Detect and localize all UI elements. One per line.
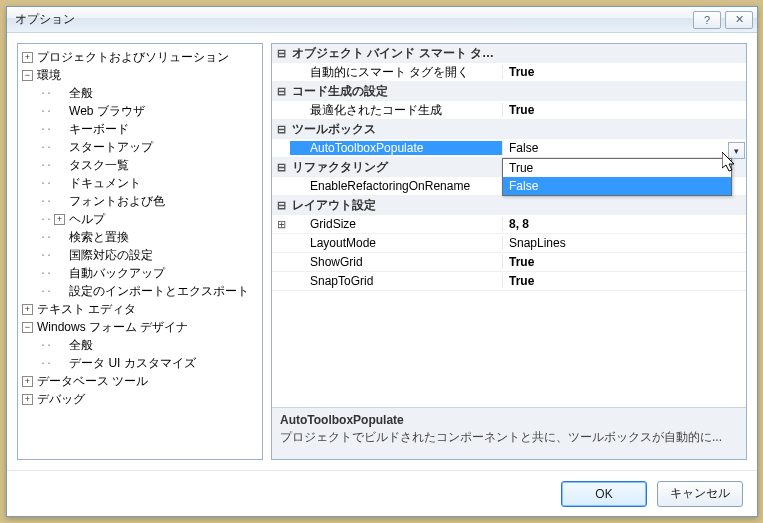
tree-expander-icon[interactable]: +: [54, 214, 65, 225]
tree-node-label: ドキュメント: [69, 175, 141, 192]
property-value[interactable]: False▾: [502, 141, 746, 155]
tree-node-label: フォントおよび色: [69, 193, 165, 210]
tree-branch-icon: ··: [40, 178, 52, 189]
tree-node[interactable]: ··フォントおよび色: [22, 192, 258, 210]
titlebar[interactable]: オプション ? ✕: [7, 7, 757, 33]
property-row[interactable]: LayoutModeSnapLines: [272, 234, 746, 253]
tree-node[interactable]: −Windows フォーム デザイナ: [22, 318, 258, 336]
dropdown-button[interactable]: ▾: [728, 142, 745, 159]
tree-expander-icon[interactable]: +: [22, 52, 33, 63]
dropdown-item[interactable]: False: [503, 177, 731, 195]
tree-node-label: 全般: [69, 85, 93, 102]
tree-branch-icon: ··: [40, 358, 52, 369]
cancel-button[interactable]: キャンセル: [657, 481, 743, 507]
tree-spacer: [54, 250, 65, 261]
category-label: ツールボックス: [290, 121, 502, 138]
property-category[interactable]: ⊟ツールボックス: [272, 120, 746, 139]
options-dialog: オプション ? ✕ +プロジェクトおよびソリューション−環境··全般··Web …: [6, 6, 758, 517]
tree-node-label: 全般: [69, 337, 93, 354]
tree-expander-icon[interactable]: +: [22, 304, 33, 315]
property-expander-icon[interactable]: ⊞: [272, 218, 290, 231]
tree-node[interactable]: ··国際対応の設定: [22, 246, 258, 264]
category-collapse-icon[interactable]: ⊟: [272, 199, 290, 212]
property-name: SnapToGrid: [290, 274, 502, 288]
description-text: プロジェクトでビルドされたコンポーネントと共に、ツールボックスが自動的に...: [280, 429, 738, 446]
property-category[interactable]: ⊟オブジェクト バインド スマート タグ設定: [272, 44, 746, 63]
category-collapse-icon[interactable]: ⊟: [272, 161, 290, 174]
tree-spacer: [54, 178, 65, 189]
property-name: 最適化されたコード生成: [290, 102, 502, 119]
tree-node[interactable]: ··タスク一覧: [22, 156, 258, 174]
property-value[interactable]: SnapLines: [502, 236, 746, 250]
tree-node[interactable]: +テキスト エディタ: [22, 300, 258, 318]
dropdown-item[interactable]: True: [503, 159, 731, 177]
category-collapse-icon[interactable]: ⊟: [272, 47, 290, 60]
tree-spacer: [54, 88, 65, 99]
property-row[interactable]: ⊞GridSize8, 8: [272, 215, 746, 234]
category-tree[interactable]: +プロジェクトおよびソリューション−環境··全般··Web ブラウザ··キーボー…: [17, 43, 263, 460]
tree-node[interactable]: ··自動バックアップ: [22, 264, 258, 282]
tree-node[interactable]: ··設定のインポートとエクスポート: [22, 282, 258, 300]
tree-node[interactable]: +プロジェクトおよびソリューション: [22, 48, 258, 66]
tree-node[interactable]: ··キーボード: [22, 120, 258, 138]
tree-spacer: [54, 358, 65, 369]
tree-node[interactable]: ··検索と置換: [22, 228, 258, 246]
tree-branch-icon: ··: [40, 214, 52, 225]
tree-node-label: キーボード: [69, 121, 129, 138]
tree-node[interactable]: ··ドキュメント: [22, 174, 258, 192]
property-grid[interactable]: ⊟オブジェクト バインド スマート タグ設定自動的にスマート タグを開くTrue…: [272, 44, 746, 407]
property-value[interactable]: True: [502, 103, 746, 117]
close-button[interactable]: ✕: [725, 11, 753, 29]
tree-node[interactable]: ··全般: [22, 336, 258, 354]
help-icon: ?: [704, 14, 710, 26]
property-row[interactable]: 自動的にスマート タグを開くTrue: [272, 63, 746, 82]
property-name: LayoutMode: [290, 236, 502, 250]
property-row[interactable]: SnapToGridTrue: [272, 272, 746, 291]
tree-spacer: [54, 160, 65, 171]
property-value[interactable]: 8, 8: [502, 217, 746, 231]
tree-node[interactable]: ··Web ブラウザ: [22, 102, 258, 120]
tree-node-label: 自動バックアップ: [69, 265, 165, 282]
tree-branch-icon: ··: [40, 124, 52, 135]
tree-spacer: [54, 286, 65, 297]
tree-node-label: 国際対応の設定: [69, 247, 153, 264]
category-collapse-icon[interactable]: ⊟: [272, 85, 290, 98]
tree-node[interactable]: −環境: [22, 66, 258, 84]
tree-node[interactable]: ··全般: [22, 84, 258, 102]
tree-expander-icon[interactable]: −: [22, 70, 33, 81]
property-category[interactable]: ⊟レイアウト設定: [272, 196, 746, 215]
ok-button[interactable]: OK: [561, 481, 647, 507]
tree-node-label: データベース ツール: [37, 373, 148, 390]
property-value[interactable]: True: [502, 274, 746, 288]
tree-expander-icon[interactable]: +: [22, 394, 33, 405]
category-label: オブジェクト バインド スマート タグ設定: [290, 45, 502, 62]
property-value[interactable]: True: [502, 255, 746, 269]
category-collapse-icon[interactable]: ⊟: [272, 123, 290, 136]
property-value[interactable]: True: [502, 65, 746, 79]
description-title: AutoToolboxPopulate: [280, 412, 738, 429]
property-category[interactable]: ⊟コード生成の設定: [272, 82, 746, 101]
property-name: GridSize: [290, 217, 502, 231]
tree-node[interactable]: +データベース ツール: [22, 372, 258, 390]
tree-spacer: [54, 124, 65, 135]
tree-branch-icon: ··: [40, 286, 52, 297]
tree-node[interactable]: ··+ヘルプ: [22, 210, 258, 228]
property-row[interactable]: 最適化されたコード生成True: [272, 101, 746, 120]
category-label: コード生成の設定: [290, 83, 502, 100]
tree-branch-icon: ··: [40, 88, 52, 99]
tree-expander-icon[interactable]: +: [22, 376, 33, 387]
tree-branch-icon: ··: [40, 106, 52, 117]
tree-node[interactable]: ··データ UI カスタマイズ: [22, 354, 258, 372]
property-row[interactable]: AutoToolboxPopulateFalse▾: [272, 139, 746, 158]
tree-spacer: [54, 196, 65, 207]
tree-node[interactable]: +デバッグ: [22, 390, 258, 408]
value-dropdown[interactable]: TrueFalse: [502, 158, 732, 196]
property-row[interactable]: ShowGridTrue: [272, 253, 746, 272]
tree-spacer: [54, 142, 65, 153]
tree-node-label: Web ブラウザ: [69, 103, 145, 120]
tree-expander-icon[interactable]: −: [22, 322, 33, 333]
tree-node[interactable]: ··スタートアップ: [22, 138, 258, 156]
tree-spacer: [54, 232, 65, 243]
help-button[interactable]: ?: [693, 11, 721, 29]
tree-branch-icon: ··: [40, 160, 52, 171]
